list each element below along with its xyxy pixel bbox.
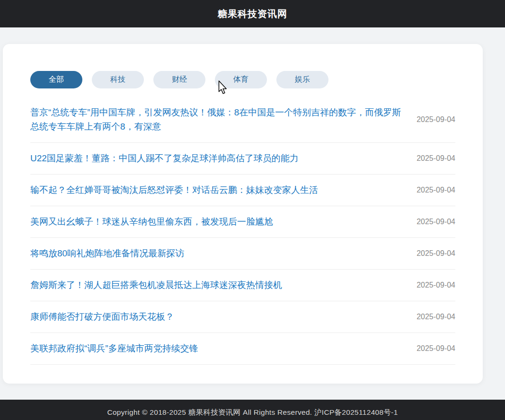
content-card: 全部 科技 财经 体育 娱乐 普京“总统专车”用中国车牌，引发网友热议！俄媒：8… — [3, 44, 483, 384]
news-date: 2025-09-04 — [416, 115, 455, 124]
news-title-link[interactable]: 输不起？全红婵哥哥被淘汰后怒怼评委！对话岳云鹏：妹妹改变家人生活 — [30, 183, 405, 197]
category-tab[interactable]: 娱乐 — [276, 71, 328, 88]
category-tab[interactable]: 体育 — [215, 71, 267, 88]
news-title-link[interactable]: 普京“总统专车”用中国车牌，引发网友热议！俄媒：8在中国是一个特别吉祥的数字，而… — [30, 105, 405, 134]
news-date: 2025-09-04 — [416, 281, 455, 289]
category-tab[interactable]: 全部 — [30, 71, 82, 88]
news-title-link[interactable]: U22国足蒙羞！董路：中国人踢不了复杂足球洋帅高估了球员的能力 — [30, 151, 405, 166]
news-date: 2025-09-04 — [416, 154, 455, 163]
news-title-link[interactable]: 美联邦政府拟“调兵”多座城市两党持续交锋 — [30, 341, 405, 356]
news-title-link[interactable]: 美网又出幺蛾子！球迷从辛纳包里偷东西，被发现后一脸尴尬 — [30, 215, 405, 229]
category-tab[interactable]: 科技 — [92, 71, 144, 88]
news-row: 美网又出幺蛾子！球迷从辛纳包里偷东西，被发现后一脸尴尬 2025-09-04 — [30, 206, 455, 238]
news-date: 2025-09-04 — [416, 344, 455, 353]
news-row: 美联邦政府拟“调兵”多座城市两党持续交锋 2025-09-04 — [30, 333, 455, 365]
news-title-link[interactable]: 詹姆斯来了！湖人超巨搭乘包机凌晨抵达上海球迷深夜热情接机 — [30, 278, 405, 292]
news-date: 2025-09-04 — [416, 218, 455, 226]
news-title-link[interactable]: 康师傅能否打破方便面市场天花板？ — [30, 310, 405, 324]
page: 糖果科技资讯网 全部 科技 财经 体育 娱乐 普京“总统专 — [0, 0, 505, 420]
news-row: U22国足蒙羞！董路：中国人踢不了复杂足球洋帅高估了球员的能力 2025-09-… — [30, 143, 455, 175]
news-list: 普京“总统专车”用中国车牌，引发网友热议！俄媒：8在中国是一个特别吉祥的数字，而… — [30, 97, 455, 365]
site-title: 糖果科技资讯网 — [218, 8, 287, 20]
news-row: 输不起？全红婵哥哥被淘汰后怒怼评委！对话岳云鹏：妹妹改变家人生活 2025-09… — [30, 175, 455, 206]
news-row: 将鸣放80响礼炮阵地准备情况最新探访 2025-09-04 — [30, 238, 455, 270]
main-area: 全部 科技 财经 体育 娱乐 普京“总统专车”用中国车牌，引发网友热议！俄媒：8… — [0, 27, 505, 400]
news-date: 2025-09-04 — [416, 249, 455, 258]
news-date: 2025-09-04 — [416, 186, 455, 194]
news-date: 2025-09-04 — [416, 313, 455, 321]
copyright-text: Copyright © 2018-2025 糖果科技资讯网 All Rights… — [107, 408, 398, 418]
news-row: 普京“总统专车”用中国车牌，引发网友热议！俄媒：8在中国是一个特别吉祥的数字，而… — [30, 97, 455, 143]
news-row: 康师傅能否打破方便面市场天花板？ 2025-09-04 — [30, 301, 455, 333]
category-tab[interactable]: 财经 — [153, 71, 205, 88]
site-footer: Copyright © 2018-2025 糖果科技资讯网 All Rights… — [0, 400, 505, 420]
news-row: 詹姆斯来了！湖人超巨搭乘包机凌晨抵达上海球迷深夜热情接机 2025-09-04 — [30, 270, 455, 301]
news-title-link[interactable]: 将鸣放80响礼炮阵地准备情况最新探访 — [30, 246, 405, 261]
site-header: 糖果科技资讯网 — [0, 0, 505, 27]
category-tabs: 全部 科技 财经 体育 娱乐 — [30, 71, 455, 88]
